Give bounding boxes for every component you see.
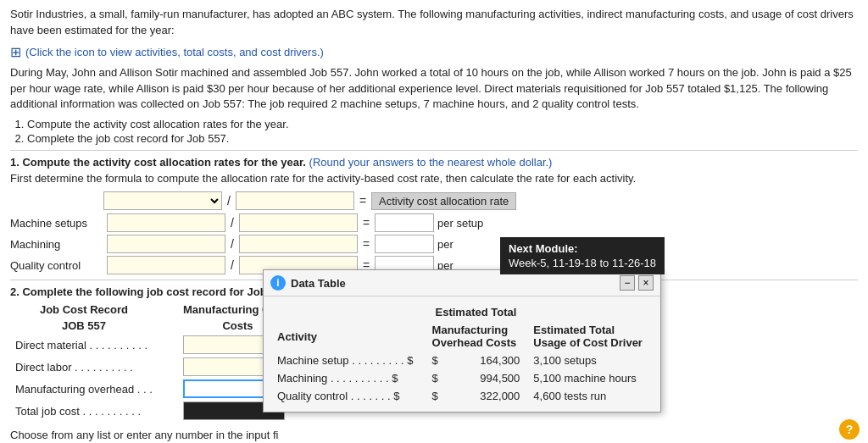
jcr-direct-material-row: Direct material . . . . . . . . . . [10,334,298,356]
popup-header-left: i Data Table [270,275,346,291]
machine-setups-label: Machine setups [10,217,103,230]
task-item-1: Compute the activity cost allocation rat… [27,118,858,130]
popup-title: Data Table [291,277,346,290]
click-icon-line[interactable]: ⊞ (Click the icon to view activities, to… [10,44,858,60]
machine-setups-denominator[interactable] [239,213,358,232]
machining-result[interactable] [375,235,434,253]
jcr-job-label: JOB 557 [10,318,158,334]
jcr-direct-labor-row: Direct labor . . . . . . . . . . [10,356,298,378]
machine-setups-numerator[interactable] [107,213,225,232]
slash-1: / [229,216,236,230]
slash-3: / [229,258,236,272]
activity-section: Machine setups / = per setup Machining /… [10,213,858,274]
grid-icon: ⊞ [10,44,21,60]
dt-col2-header: Estimated Total [426,303,527,321]
dt-machining-dollar: $ [426,369,453,387]
dt-machine-setup-row: Machine setup . . . . . . . . . $ $ 164,… [270,352,654,369]
dt-machining-row: Machining . . . . . . . . . . $ $ 994,50… [270,369,654,387]
dt-machining-cost: 994,500 [453,369,527,387]
tooltip-title: Next Module: [509,242,656,255]
dt-dots-3: . . . . . . . $ [351,390,400,402]
section2-header-text: 2. Complete the following job cost recor… [10,285,292,298]
dots-2: . . . . . . . . . . [75,361,133,374]
popup-minimize-button[interactable]: − [620,275,635,291]
machining-numerator[interactable] [107,235,225,253]
machining-denominator[interactable] [239,235,358,253]
intro-paragraph1: Sotir Industries, a small, family-run ma… [10,7,858,39]
dt-dots-1: . . . . . . . . . $ [352,354,413,367]
machine-setups-row: Machine setups / = per setup [10,213,858,232]
formula-slash: / [225,194,232,208]
machine-setups-unit: per setup [437,217,483,230]
quality-control-label: Quality control [10,259,103,272]
dt-machine-setup-dollar: $ [426,352,453,369]
section1-header: 1. Compute the activity cost allocation … [10,156,858,169]
section1-instruction: First determine the formula to compute t… [10,172,858,185]
dt-col1-header [270,303,426,321]
jcr-total-label: Total job cost . . . . . . . . . . [10,400,158,422]
jcr-mfg-overhead-row: Manufacturing overhead . . . [10,378,298,400]
jcr-total-row: Total job cost . . . . . . . . . . [10,400,298,422]
scenario-paragraph: During May, John and Allison Sotir machi… [10,65,858,114]
popup-controls[interactable]: − × [620,275,654,291]
jcr-direct-material-label: Direct material . . . . . . . . . . [10,334,158,356]
dt-machine-setup-cost: 164,300 [453,352,527,369]
dt-overhead-header: ManufacturingOverhead Costs [426,321,527,352]
popup-content: Estimated Total Activity ManufacturingOv… [264,296,660,412]
machining-label: Machining [10,238,103,251]
jcr-direct-labor-label: Direct labor . . . . . . . . . . [10,356,158,378]
dt-machining-activity: Machining . . . . . . . . . . $ [270,369,426,387]
dt-machining-usage: 5,100 machine hours [526,369,654,387]
tooltip-content: Week-5, 11-19-18 to 11-26-18 [509,257,656,269]
dt-quality-control-usage: 4,600 tests run [526,387,654,405]
formula-denominator-input[interactable] [236,191,354,210]
formula-equals: = [358,194,368,208]
dt-activity-header: Activity [270,321,426,352]
data-inner-table: Estimated Total Activity ManufacturingOv… [270,303,654,405]
job-cost-table: Job Cost Record Manufacturing Costs JOB … [10,302,298,422]
dt-quality-control-dollar: $ [426,387,453,405]
dots-1: . . . . . . . . . . [89,339,147,352]
machining-unit-partial: per [437,238,453,251]
formula-result-label: Activity cost allocation rate [371,192,516,210]
section1-round-note: (Round your answers to the nearest whole… [309,156,553,169]
dt-quality-control-activity: Quality control . . . . . . . $ [270,387,426,405]
quality-control-numerator[interactable] [107,256,225,274]
dots-4: . . . . . . . . . . [83,405,142,418]
click-instruction: (Click the icon to view activities, tota… [25,46,324,58]
footer-text: Choose from any list or enter any number… [10,429,858,441]
equals-1: = [361,216,371,230]
equals-2: = [361,237,371,251]
dots-3: . . . [137,383,153,396]
task-list: Compute the activity cost allocation rat… [27,118,858,145]
info-icon: i [270,275,286,291]
jcr-mfg-overhead-label: Manufacturing overhead . . . [10,378,158,400]
dt-quality-control-row: Quality control . . . . . . . $ $ 322,00… [270,387,654,405]
dt-quality-control-cost: 322,000 [453,387,527,405]
divider-1 [10,150,858,151]
machine-setups-result[interactable] [375,213,434,232]
slash-2: / [229,237,236,251]
task-item-2: Complete the job cost record for Job 557… [27,132,858,145]
machining-row: Machining / = per [10,235,858,253]
tooltip-box: Next Module: Week-5, 11-19-18 to 11-26-1… [500,237,665,274]
dt-machine-setup-usage: 3,100 setups [526,352,654,369]
data-table-popup: i Data Table − × Estimated Total Activit… [263,269,661,413]
formula-header-row: / = Activity cost allocation rate [103,191,858,210]
dt-dots-2: . . . . . . . . . . $ [331,372,398,385]
jcr-col1-header: Job Cost Record [10,302,158,318]
dt-usage-header: Estimated TotalUsage of Cost Driver [526,321,654,352]
popup-close-button[interactable]: × [638,275,654,291]
section1-header-text: 1. Compute the activity cost allocation … [10,156,306,169]
dt-machine-setup-activity: Machine setup . . . . . . . . . $ [270,352,426,369]
dt-col3-header [526,303,654,321]
formula-numerator-dropdown[interactable] [103,191,222,210]
